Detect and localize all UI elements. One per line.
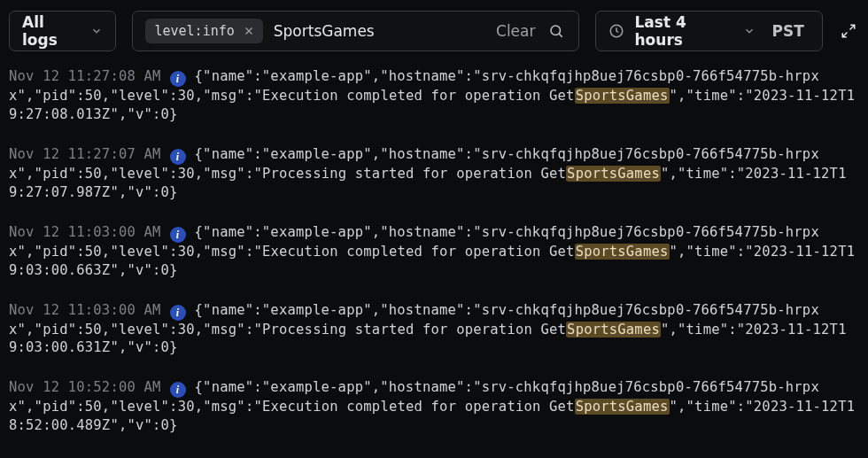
filter-chip-label: level:info bbox=[154, 23, 234, 39]
search-bar[interactable]: level:info SportsGames Clear bbox=[132, 11, 578, 51]
log-entry[interactable]: Nov 12 11:27:07 AMi{"name":"example-app"… bbox=[9, 145, 859, 202]
search-highlight: SportsGames bbox=[566, 322, 661, 338]
timezone-label: PST bbox=[766, 22, 809, 40]
clear-button[interactable]: Clear bbox=[496, 22, 535, 40]
logs-filter-dropdown[interactable]: All logs bbox=[9, 11, 116, 51]
time-range-label: Last 4 hours bbox=[635, 13, 733, 49]
svg-line-6 bbox=[843, 33, 848, 37]
chevron-down-icon bbox=[743, 25, 756, 37]
svg-point-2 bbox=[551, 26, 561, 35]
info-level-icon: i bbox=[170, 227, 186, 243]
clock-icon bbox=[608, 23, 624, 39]
log-timestamp: Nov 12 11:03:00 AM bbox=[9, 224, 161, 240]
close-icon[interactable] bbox=[244, 26, 254, 36]
info-level-icon: i bbox=[170, 149, 186, 165]
time-range-dropdown[interactable]: Last 4 hours PST bbox=[595, 11, 823, 51]
chevron-down-icon bbox=[90, 25, 103, 37]
log-entry[interactable]: Nov 12 10:52:00 AMi{"name":"example-app"… bbox=[9, 378, 859, 435]
search-highlight: SportsGames bbox=[575, 244, 670, 260]
log-timestamp: Nov 12 10:52:00 AM bbox=[9, 379, 161, 395]
search-highlight: SportsGames bbox=[566, 166, 661, 182]
filter-chip[interactable]: level:info bbox=[145, 19, 262, 43]
info-level-icon: i bbox=[170, 382, 186, 398]
toolbar: All logs level:info SportsGames Clear La… bbox=[0, 0, 868, 62]
svg-line-3 bbox=[559, 34, 562, 36]
svg-line-5 bbox=[850, 25, 855, 29]
log-timestamp: Nov 12 11:27:07 AM bbox=[9, 146, 161, 162]
search-highlight: SportsGames bbox=[575, 399, 670, 415]
log-entry[interactable]: Nov 12 11:03:00 AMi{"name":"example-app"… bbox=[9, 223, 859, 280]
log-timestamp: Nov 12 11:03:00 AM bbox=[9, 302, 161, 318]
log-entry[interactable]: Nov 12 11:27:08 AMi{"name":"example-app"… bbox=[9, 67, 859, 124]
search-highlight: SportsGames bbox=[575, 88, 670, 104]
expand-icon[interactable] bbox=[839, 20, 859, 42]
info-level-icon: i bbox=[170, 71, 186, 87]
log-entry[interactable]: Nov 12 11:03:00 AMi{"name":"example-app"… bbox=[9, 301, 859, 358]
log-timestamp: Nov 12 11:27:08 AM bbox=[9, 68, 161, 84]
log-list: Nov 12 11:27:08 AMi{"name":"example-app"… bbox=[0, 62, 868, 458]
search-icon[interactable] bbox=[546, 21, 566, 41]
logs-filter-label: All logs bbox=[22, 13, 81, 49]
info-level-icon: i bbox=[170, 305, 186, 321]
search-input[interactable]: SportsGames bbox=[274, 22, 485, 40]
